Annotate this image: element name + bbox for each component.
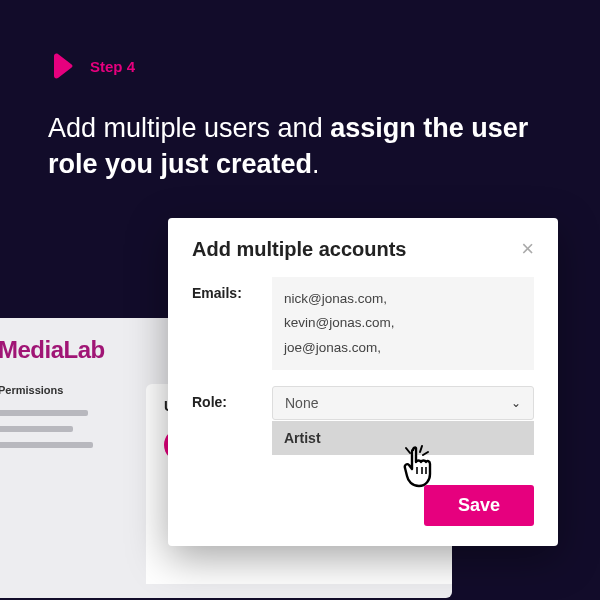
- placeholder-line: [0, 426, 73, 432]
- play-icon: [48, 52, 76, 80]
- chevron-down-icon: ⌄: [511, 396, 521, 410]
- placeholder-line: [0, 442, 93, 448]
- role-label: Role:: [192, 386, 272, 455]
- role-selected-value: None: [285, 395, 318, 411]
- role-option-artist[interactable]: Artist: [272, 421, 534, 455]
- headline: Add multiple users and assign the user r…: [0, 80, 600, 183]
- close-icon[interactable]: ×: [521, 238, 534, 260]
- add-accounts-modal: Add multiple accounts × Emails: nick@jon…: [168, 218, 558, 546]
- step-label: Step 4: [90, 58, 135, 75]
- modal-title: Add multiple accounts: [192, 238, 406, 261]
- role-select[interactable]: None ⌄: [272, 386, 534, 420]
- placeholder-line: [0, 410, 88, 416]
- emails-input[interactable]: nick@jonas.com, kevin@jonas.com, joe@jon…: [272, 277, 534, 370]
- save-button[interactable]: Save: [424, 485, 534, 526]
- permissions-label: Permissions: [0, 384, 118, 396]
- emails-label: Emails:: [192, 277, 272, 370]
